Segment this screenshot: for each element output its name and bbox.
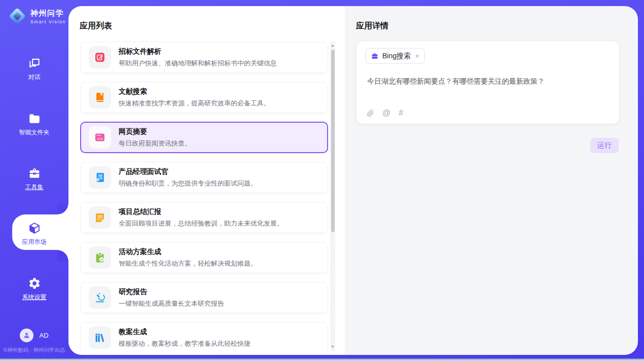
app-icon xyxy=(89,246,111,269)
app-list: 招标文件解析 帮助用户快速、准确地理解和解析招标书中的关键信息 文献搜索 快速精… xyxy=(80,42,328,352)
tool-chip[interactable]: Bing搜索 × xyxy=(365,48,425,64)
app-description: 全面回顾项目进展，总结经验教训，助力未来优化发展。 xyxy=(119,219,283,228)
app-name: 活动方案生成 xyxy=(119,247,257,257)
sidebar-item-icon xyxy=(28,57,41,70)
app-card[interactable]: 教案生成 模板驱动，教案秒成，教学准备从此轻松快捷 xyxy=(80,322,328,352)
svg-text:</>: </> xyxy=(97,137,103,141)
app-card[interactable]: 产品经理面试官 明确身份和职责，为您提供专业性的面试问题。 xyxy=(80,162,328,193)
sidebar-item-icon xyxy=(28,112,41,125)
app-name: 招标文件解析 xyxy=(119,47,277,56)
app-icon xyxy=(89,286,111,309)
app-card[interactable]: 文献搜索 快速精准查找学术资源，提高研究效率的必备工具。 xyxy=(80,82,328,113)
app-list-panel: 应用列表 招标文件解析 帮助用户快速、准确地理解和解析招标书中的关键信息 文献搜… xyxy=(68,6,345,355)
sidebar-item-label: 对话 xyxy=(28,73,41,82)
app-card[interactable]: 招标文件解析 帮助用户快速、准确地理解和解析招标书中的关键信息 xyxy=(80,42,328,73)
sidebar: 神州问学 Smart Vision 对话 智能文件夹 工具集 应用市场 系统设置 xyxy=(0,0,68,362)
app-icon: </> xyxy=(89,126,111,149)
sidebar-item-icon xyxy=(28,167,41,180)
attachment-icon[interactable] xyxy=(366,109,374,117)
app-icon xyxy=(89,46,111,68)
sidebar-item-label: 应用市场 xyxy=(22,238,47,246)
sidebar-item[interactable]: 智能文件夹 xyxy=(0,112,68,137)
sidebar-item-label: 工具集 xyxy=(25,183,44,192)
brand-subtitle: Smart Vision xyxy=(30,19,66,24)
app-card[interactable]: </> 网页摘要 每日政府新闻资讯快查。 xyxy=(80,122,328,153)
app-list-title: 应用列表 xyxy=(80,21,112,31)
app-description: 快速精准查找学术资源，提高研究效率的必备工具。 xyxy=(119,99,270,108)
app-detail-title: 应用详情 xyxy=(356,21,388,31)
app-name: 产品经理面试官 xyxy=(119,167,257,176)
input-toolbar: @ # xyxy=(366,109,403,117)
window-bottom-edge xyxy=(0,358,644,362)
avatar-person-icon xyxy=(20,329,33,342)
sidebar-item-label: 智能文件夹 xyxy=(19,128,50,137)
scroll-up-icon[interactable]: ▲ xyxy=(330,43,335,49)
prompt-input[interactable]: 今日湖北有哪些新闻要点？有哪些需要关注的最新政策？ xyxy=(367,76,609,86)
app-name: 网页摘要 xyxy=(119,127,191,136)
app-description: 一键智能生成高质量长文本研究报告 xyxy=(119,299,224,308)
active-nav-scoop-bottom xyxy=(57,250,68,261)
brand-name: 神州问学 xyxy=(30,9,66,18)
brand-logo-icon xyxy=(7,6,27,26)
app-description: 明确身份和职责，为您提供专业性的面试问题。 xyxy=(119,179,257,188)
app-icon xyxy=(89,206,111,229)
sidebar-item[interactable]: 工具集 xyxy=(0,167,68,192)
scrollbar-thumb[interactable] xyxy=(331,50,335,232)
sidebar-item-icon xyxy=(28,222,41,235)
copyright-footer: ©神州数码 · 神州问学出品 xyxy=(0,347,68,354)
mention-icon[interactable]: @ xyxy=(382,109,390,117)
app-description: 帮助用户快速、准确地理解和解析招标书中的关键信息 xyxy=(119,59,277,68)
app-description: 智能生成个性化活动方案，轻松解决规划难题。 xyxy=(119,259,257,268)
sidebar-item[interactable]: 系统设置 xyxy=(0,277,68,302)
scrollbar[interactable]: ▲ ▼ xyxy=(330,42,335,351)
sidebar-item-label: 系统设置 xyxy=(22,293,47,302)
app-icon xyxy=(89,166,111,189)
brand-logo: 神州问学 Smart Vision xyxy=(7,6,66,26)
run-button[interactable]: 运行 xyxy=(590,138,619,153)
app-card[interactable]: 研究报告 一键智能生成高质量长文本研究报告 xyxy=(80,282,328,313)
user-profile[interactable]: AD xyxy=(0,329,68,342)
app-card[interactable]: 项目总结汇报 全面回顾项目进展，总结经验教训，助力未来优化发展。 xyxy=(80,202,328,233)
sidebar-item[interactable]: 应用市场 xyxy=(0,222,68,246)
app-description: 每日政府新闻资讯快查。 xyxy=(119,139,191,148)
user-name: AD xyxy=(39,332,48,339)
app-icon xyxy=(89,327,111,349)
app-name: 研究报告 xyxy=(119,287,224,297)
sidebar-item[interactable]: 对话 xyxy=(0,57,68,82)
scroll-down-icon[interactable]: ▼ xyxy=(330,344,335,350)
app-icon xyxy=(89,86,111,108)
chip-close-icon[interactable]: × xyxy=(415,52,419,60)
app-name: 文献搜索 xyxy=(119,87,270,96)
prompt-card: Bing搜索 × 今日湖北有哪些新闻要点？有哪些需要关注的最新政策？ @ # xyxy=(356,41,620,124)
app-description: 模板驱动，教案秒成，教学准备从此轻松快捷 xyxy=(119,339,251,348)
app-name: 教案生成 xyxy=(119,328,251,337)
app-name: 项目总结汇报 xyxy=(119,207,283,216)
app-detail-panel: 应用详情 Bing搜索 × 今日湖北有哪些新闻要点？有哪些需要关注的最新政策？ … xyxy=(345,6,638,355)
active-nav-scoop-top xyxy=(57,203,68,214)
app-card[interactable]: 活动方案生成 智能生成个性化活动方案，轻松解决规划难题。 xyxy=(80,242,328,273)
briefcase-icon xyxy=(371,52,379,60)
hashtag-icon[interactable]: # xyxy=(399,109,403,117)
sidebar-item-icon xyxy=(28,277,41,290)
tool-chip-label: Bing搜索 xyxy=(382,52,411,61)
